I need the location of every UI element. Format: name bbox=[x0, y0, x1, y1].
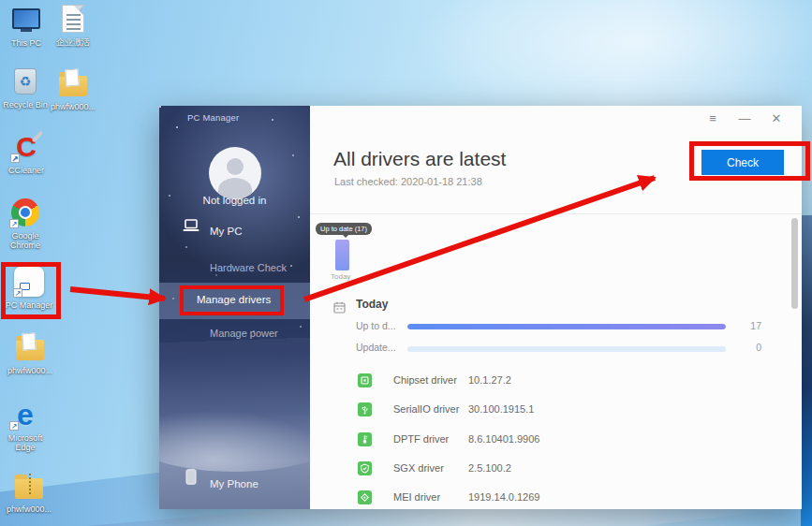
chart-bar-label: Today bbox=[331, 272, 350, 281]
sidebar-item-label: My Phone bbox=[210, 478, 258, 489]
wallpaper-edge bbox=[801, 215, 812, 526]
close-icon[interactable]: ✕ bbox=[768, 111, 785, 125]
login-status: Not logged in bbox=[159, 195, 310, 206]
sidebar: PC Manager Not logged in My PC Hardware … bbox=[159, 106, 310, 509]
stat-label: Up to d... bbox=[356, 320, 396, 331]
edge-icon: e↗ bbox=[9, 399, 41, 431]
divider bbox=[310, 213, 802, 214]
desktop-icon-recycle-bin[interactable]: ♻ Recycle Bin bbox=[0, 66, 52, 110]
zip-folder-icon bbox=[13, 470, 45, 502]
stat-label: Update... bbox=[356, 342, 396, 353]
menu-icon[interactable]: ≡ bbox=[704, 111, 721, 125]
section-title: Today bbox=[356, 298, 388, 311]
desktop-icon-folder-1[interactable]: phwfw000... bbox=[46, 67, 100, 111]
shortcut-arrow-icon: ↗ bbox=[13, 288, 22, 298]
starfield bbox=[159, 106, 161, 108]
pc-manager-window: PC Manager Not logged in My PC Hardware … bbox=[159, 106, 802, 509]
annotation-arrow-to-manage-drivers bbox=[70, 289, 165, 299]
desktop-icon-google-chrome[interactable]: ↗ Google Chrome bbox=[0, 197, 52, 250]
shortcut-arrow-icon: ↗ bbox=[9, 219, 19, 228]
chip-icon bbox=[358, 373, 372, 387]
desktop-icon-activation-doc[interactable]: 企业激活 bbox=[46, 3, 100, 47]
main-content: ≡ — ✕ All drivers are latest Last checke… bbox=[310, 106, 802, 509]
document-icon bbox=[57, 3, 89, 35]
recycle-bin-icon: ♻ bbox=[9, 66, 41, 97]
shield-check-icon bbox=[358, 461, 372, 475]
stat-value: 0 bbox=[733, 342, 761, 353]
sidebar-item-manage-power[interactable]: Manage power bbox=[210, 328, 278, 339]
last-checked-text: Last checked: 2020-01-18 21:38 bbox=[334, 176, 482, 187]
check-button[interactable]: Check bbox=[701, 150, 784, 175]
desktop-icon-microsoft-edge[interactable]: e↗ Microsoft Edge bbox=[0, 399, 52, 452]
shortcut-arrow-icon: ↗ bbox=[10, 153, 20, 163]
chrome-icon: ↗ bbox=[9, 197, 41, 228]
scrollbar-thumb[interactable] bbox=[791, 218, 798, 309]
laptop-icon bbox=[182, 219, 200, 232]
desktop-icon-zip-folder[interactable]: phwfw000... bbox=[2, 470, 56, 514]
driver-name: Chipset driver bbox=[393, 374, 457, 386]
chart-tooltip: Up to date (17) bbox=[316, 223, 372, 235]
folder-icon bbox=[14, 331, 46, 363]
phone-icon bbox=[182, 469, 200, 485]
pc-manager-icon: ↗ bbox=[13, 266, 45, 298]
gem-icon bbox=[358, 490, 372, 504]
desktop-icon-ccleaner[interactable]: C↗ CCleaner bbox=[0, 131, 53, 175]
avatar[interactable] bbox=[209, 147, 261, 199]
chart-bar[interactable] bbox=[335, 240, 349, 270]
desktop-icon-pc-manager[interactable]: ↗ PC Manager bbox=[2, 266, 56, 310]
minimize-icon[interactable]: — bbox=[736, 111, 753, 125]
page-title: All drivers are latest bbox=[333, 148, 506, 170]
desktop-icon-label: This PC bbox=[11, 38, 41, 48]
thermometer-icon bbox=[358, 432, 372, 446]
sidebar-item-hardware-check[interactable]: Hardware Check bbox=[210, 262, 287, 273]
stat-bar-updatable bbox=[407, 346, 726, 352]
folder-icon bbox=[57, 67, 89, 99]
calendar-icon bbox=[333, 300, 346, 317]
shortcut-arrow-icon: ↗ bbox=[9, 421, 19, 431]
ccleaner-icon: C↗ bbox=[10, 131, 42, 163]
this-pc-icon bbox=[10, 4, 42, 36]
sidebar-landscape bbox=[159, 399, 310, 509]
usb-icon bbox=[358, 402, 372, 416]
sidebar-item-label: My PC bbox=[210, 226, 243, 237]
stat-value: 17 bbox=[733, 320, 761, 331]
driver-version: 10.1.27.2 bbox=[468, 374, 511, 386]
desktop-icon-folder-2[interactable]: phwfw000... bbox=[3, 331, 57, 375]
sidebar-item-manage-drivers[interactable]: Manage drivers bbox=[197, 294, 271, 305]
stat-bar-up-to-date bbox=[407, 324, 726, 329]
app-title: PC Manager bbox=[187, 112, 239, 123]
